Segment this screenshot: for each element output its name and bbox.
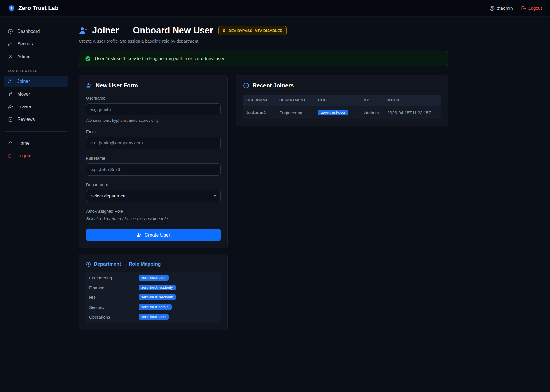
- sidebar-item-label: Leaver: [17, 104, 31, 109]
- mapping-department: Operations: [89, 315, 139, 319]
- left-column: New User Form Username Alphanumeric, hyp…: [79, 75, 228, 330]
- role-badge: zero-trust-admin: [139, 304, 172, 310]
- role-badge: zero-trust-readonly: [139, 285, 176, 290]
- person-plus-icon: [8, 79, 13, 84]
- sidebar-item-leaver[interactable]: Leaver: [4, 101, 68, 112]
- new-user-form-card: New User Form Username Alphanumeric, hyp…: [79, 75, 228, 248]
- person-plus-icon: [86, 83, 92, 89]
- create-user-button[interactable]: Create User: [86, 229, 221, 241]
- sidebar-item-label: Secrets: [17, 41, 33, 47]
- clipboard-check-icon: [8, 117, 13, 122]
- lock-icon: [222, 29, 226, 33]
- top-navbar: Zero Trust Lab ztadmin Logout: [0, 0, 550, 17]
- brand: Zero Trust Lab: [8, 5, 58, 12]
- info-circle-icon: [86, 262, 91, 267]
- department-group: Department Select department...: [86, 182, 221, 202]
- username-help-text: Alphanumeric, hyphens, underscores only.: [86, 118, 221, 123]
- mapping-department: Engineering: [89, 275, 139, 280]
- page-title-text: Joiner — Onboard New User: [92, 25, 213, 36]
- page-header: Joiner — Onboard New User DEV BYPASS: MF…: [79, 25, 543, 36]
- table-header-row: USERNAME DEPARTMENT ROLE BY WHEN: [243, 95, 441, 106]
- cell-username: testuser1: [243, 106, 276, 119]
- sidebar-item-logout[interactable]: Logout: [4, 151, 68, 161]
- chevron-down-icon: [213, 195, 216, 197]
- email-group: Email: [86, 130, 221, 149]
- role-badge: zero-trust-user: [139, 275, 169, 281]
- sidebar-item-label: Dashboard: [17, 29, 40, 34]
- sidebar-item-label: Joiner: [17, 79, 30, 84]
- logout-link[interactable]: Logout: [521, 6, 542, 11]
- sidebar-item-label: Admin: [17, 54, 30, 59]
- person-plus-icon: [136, 232, 142, 237]
- fullname-group: Full Name: [86, 156, 221, 176]
- right-column: Recent Joiners USERNAME DEPARTMENT ROLE …: [236, 75, 448, 126]
- col-department: DEPARTMENT: [276, 95, 315, 106]
- user-menu[interactable]: ztadmin: [490, 6, 513, 11]
- mfa-badge-label: DEV BYPASS: MFA DISABLED: [228, 28, 282, 33]
- mapping-row: Finance zero-trust-readonly: [86, 283, 221, 292]
- logout-icon: [521, 6, 526, 11]
- person-leave-icon: [8, 104, 13, 109]
- mapping-row: Engineering zero-trust-user: [86, 273, 221, 283]
- success-alert-text: User 'testuser1' created in Engineering …: [95, 56, 227, 61]
- role-badge: zero-trust-user: [139, 314, 169, 320]
- col-username: USERNAME: [243, 95, 276, 106]
- cell-role: zero-trust-user: [315, 106, 360, 119]
- username-input[interactable]: [86, 103, 221, 115]
- cell-department: Engineering: [276, 106, 315, 119]
- sidebar-item-secrets[interactable]: Secrets: [4, 39, 68, 50]
- role-badge: zero-trust-readonly: [139, 294, 176, 300]
- department-select-value: Select department...: [90, 193, 130, 199]
- brand-title: Zero Trust Lab: [18, 5, 58, 12]
- sidebar-divider: [5, 131, 67, 132]
- sidebar-item-reviews[interactable]: Reviews: [4, 114, 68, 125]
- mfa-bypass-badge: DEV BYPASS: MFA DISABLED: [218, 26, 287, 35]
- key-icon: [8, 41, 13, 47]
- role-badge: zero-trust-user: [318, 110, 348, 115]
- sidebar-item-dashboard[interactable]: Dashboard: [4, 26, 68, 37]
- sidebar-item-home[interactable]: Home: [4, 138, 68, 149]
- mapping-table: Engineering zero-trust-user Finance zero…: [86, 272, 221, 323]
- person-plus-icon: [79, 26, 88, 35]
- table-row: testuser1 Engineering zero-trust-user zt…: [243, 106, 441, 119]
- sidebar-section-iam-lifecycle: IAM LIFECYCLE: [8, 69, 64, 73]
- sidebar-item-mover[interactable]: Mover: [4, 89, 68, 100]
- auto-role-hint: Select a department to see the baseline …: [86, 216, 221, 221]
- cell-by: ztadmin: [360, 106, 384, 119]
- sidebar-item-label: Reviews: [17, 117, 35, 122]
- department-select[interactable]: Select department...: [86, 190, 221, 202]
- cell-when: 2026-04-15T11:33:15Z: [384, 106, 441, 119]
- sidebar-item-joiner[interactable]: Joiner: [4, 76, 68, 87]
- fullname-label: Full Name: [86, 156, 221, 161]
- col-role: ROLE: [315, 95, 360, 106]
- mapping-department: Security: [89, 305, 139, 310]
- form-card-title-text: New User Form: [96, 82, 138, 89]
- logout-icon: [8, 153, 13, 159]
- auto-role-label: Auto-Assigned Role: [86, 209, 221, 214]
- page-layout: Dashboard Secrets Admin IAM LIFECYCLE Jo…: [0, 17, 550, 392]
- main-content: Joiner — Onboard New User DEV BYPASS: MF…: [72, 17, 550, 392]
- role-mapping-card: Department → Role Mapping Engineering ze…: [79, 254, 228, 330]
- page-subtitle: Create a user profile and assign a basel…: [79, 39, 543, 43]
- department-label: Department: [86, 182, 221, 187]
- person-icon: [8, 54, 13, 59]
- mapping-card-title: Department → Role Mapping: [86, 261, 221, 267]
- dashboard-icon: [8, 29, 13, 34]
- email-label: Email: [86, 130, 221, 134]
- shield-logo-icon: [8, 5, 15, 12]
- email-field[interactable]: [86, 137, 221, 149]
- sidebar-item-label: Mover: [17, 92, 30, 97]
- success-alert: User 'testuser1' created in Engineering …: [79, 51, 448, 66]
- mapping-row: HR zero-trust-readonly: [86, 292, 221, 302]
- mapping-row: Security zero-trust-admin: [86, 302, 221, 312]
- sidebar-item-admin[interactable]: Admin: [4, 51, 68, 62]
- home-icon: [8, 141, 13, 146]
- sidebar-item-label: Home: [17, 141, 30, 146]
- mapping-department: Finance: [89, 285, 139, 290]
- col-when: WHEN: [384, 95, 441, 106]
- sidebar-item-label: Logout: [17, 153, 31, 159]
- page-title: Joiner — Onboard New User: [79, 25, 213, 36]
- arrows-swap-icon: [8, 92, 13, 97]
- fullname-field[interactable]: [86, 163, 221, 176]
- clock-icon: [243, 83, 249, 89]
